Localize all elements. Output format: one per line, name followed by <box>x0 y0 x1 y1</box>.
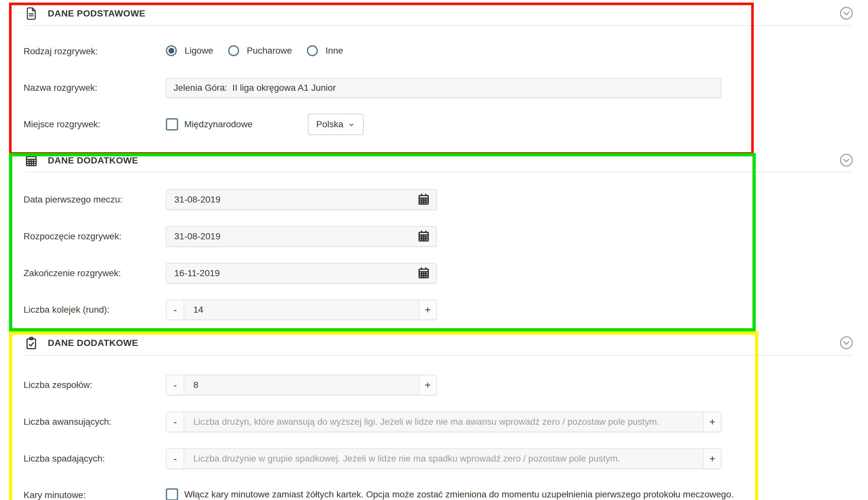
liczba-kolejek-stepper: - + <box>166 299 437 320</box>
chevron-down-circle-icon <box>839 17 854 22</box>
radio-icon <box>228 45 239 56</box>
stepper-value-field <box>184 448 703 469</box>
liczba-awansujacych-label: Liczba awansujących: <box>24 417 111 427</box>
kary-minutowe-label: Kary minutowe: <box>24 490 86 500</box>
miejsce-rozgrywek-label: Miejsce rozgrywek: <box>24 119 101 129</box>
competition-settings-page: DANE PODSTAWOWE Rodzaj rozgrywek: Ligowe… <box>0 0 868 500</box>
data-pierwszego-meczu-label: Data pierwszego meczu: <box>24 194 122 205</box>
stepper-value-field <box>184 299 419 320</box>
radio-inne[interactable]: Inne <box>307 45 343 56</box>
radio-icon <box>307 45 318 56</box>
calendar-icon <box>24 154 38 167</box>
increment-button[interactable]: + <box>419 375 437 395</box>
document-icon <box>24 7 38 20</box>
section-title: DANE PODSTAWOWE <box>48 8 145 19</box>
section-title: DANE DODATKOWE <box>48 338 138 348</box>
data-pierwszego-meczu-input[interactable] <box>174 194 417 205</box>
section-divider <box>25 355 852 356</box>
calendar-picker-button[interactable] <box>417 193 431 206</box>
miedzynarodowe-checkbox[interactable] <box>166 118 178 130</box>
rozpoczecie-rozgrywek-label: Rozpoczęcie rozgrywek: <box>24 231 121 242</box>
miedzynarodowe-label: Międzynarodowe <box>184 119 253 129</box>
section-header-dane-dodatkowe-1: DANE DODATKOWE <box>24 153 138 168</box>
clipboard-check-icon <box>24 336 38 350</box>
radio-label: Ligowe <box>185 46 213 56</box>
miedzynarodowe-checkbox-row: Międzynarodowe <box>166 118 253 130</box>
liczba-zespolow-input[interactable] <box>193 380 410 390</box>
section-divider <box>25 25 852 26</box>
chevron-down-circle-icon <box>839 164 854 169</box>
stepper-value-field <box>184 411 703 432</box>
rozpoczecie-rozgrywek-input[interactable] <box>174 231 417 242</box>
chevron-down-icon <box>348 121 355 128</box>
liczba-kolejek-input[interactable] <box>193 305 410 315</box>
decrement-button[interactable]: - <box>166 299 184 320</box>
rodzaj-rozgrywek-label: Rodzaj rozgrywek: <box>24 46 98 57</box>
decrement-button[interactable]: - <box>166 375 184 395</box>
liczba-spadajacych-input[interactable] <box>193 454 694 464</box>
chevron-down-circle-icon <box>839 346 854 351</box>
radio-label: Pucharowe <box>247 46 292 56</box>
collapse-section-3-button[interactable] <box>839 335 854 350</box>
radio-pucharowe[interactable]: Pucharowe <box>228 45 292 56</box>
increment-button[interactable]: + <box>703 448 722 469</box>
kary-minutowe-checkbox[interactable] <box>166 488 178 500</box>
liczba-awansujacych-input[interactable] <box>193 417 694 427</box>
nazwa-rozgrywek-input[interactable] <box>174 83 714 93</box>
section-title: DANE DODATKOWE <box>48 155 138 166</box>
nazwa-rozgrywek-label: Nazwa rozgrywek: <box>24 83 97 93</box>
rodzaj-rozgrywek-radio-group: Ligowe Pucharowe Inne <box>166 45 343 56</box>
section-header-dane-dodatkowe-2: DANE DODATKOWE <box>24 335 138 351</box>
zakonczenie-rozgrywek-label: Zakończenie rozgrywek: <box>24 268 121 279</box>
zakonczenie-rozgrywek-field <box>166 263 437 284</box>
section-divider <box>25 171 852 172</box>
country-select[interactable]: Polska <box>308 114 364 135</box>
radio-ligowe[interactable]: Ligowe <box>166 45 213 56</box>
kary-minutowe-description: Włącz kary minutowe zamiast żółtych kart… <box>184 489 734 500</box>
kary-minutowe-checkbox-row: Włącz kary minutowe zamiast żółtych kart… <box>166 488 856 500</box>
liczba-awansujacych-stepper: - + <box>166 411 722 432</box>
section-header-dane-podstawowe: DANE PODSTAWOWE <box>24 6 145 21</box>
decrement-button[interactable]: - <box>166 448 184 469</box>
collapse-section-2-button[interactable] <box>839 153 854 168</box>
calendar-picker-button[interactable] <box>417 266 431 280</box>
calendar-icon <box>417 275 430 280</box>
data-pierwszego-meczu-field <box>166 189 437 210</box>
radio-label: Inne <box>326 46 343 56</box>
country-select-value: Polska <box>316 119 343 129</box>
collapse-section-1-button[interactable] <box>839 6 854 21</box>
liczba-zespolow-stepper: - + <box>166 375 437 395</box>
increment-button[interactable]: + <box>703 411 722 432</box>
calendar-picker-button[interactable] <box>417 230 431 243</box>
increment-button[interactable]: + <box>419 299 437 320</box>
radio-icon <box>166 45 177 56</box>
zakonczenie-rozgrywek-input[interactable] <box>174 268 417 279</box>
rozpoczecie-rozgrywek-field <box>166 226 437 247</box>
liczba-spadajacych-stepper: - + <box>166 448 722 469</box>
stepper-value-field <box>184 375 419 395</box>
calendar-icon <box>417 239 430 243</box>
decrement-button[interactable]: - <box>166 411 184 432</box>
liczba-spadajacych-label: Liczba spadających: <box>24 454 105 464</box>
nazwa-rozgrywek-field <box>166 78 722 98</box>
liczba-zespolow-label: Liczba zespołów: <box>24 380 92 390</box>
calendar-icon <box>417 202 430 207</box>
liczba-kolejek-label: Liczba kolejek (rund): <box>24 305 109 315</box>
